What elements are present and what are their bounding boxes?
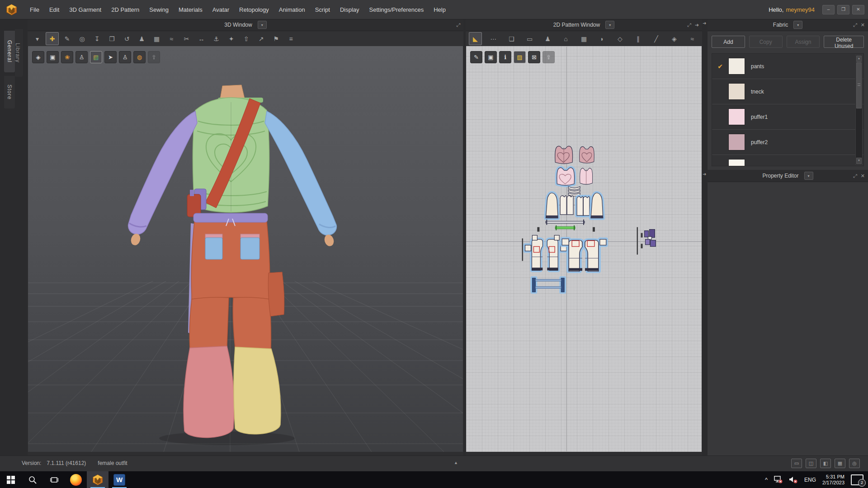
scissors-icon[interactable]: ✂ (180, 32, 193, 45)
steam-brush-icon[interactable]: ≈ (165, 32, 178, 45)
menu-avatar[interactable]: Avatar (208, 4, 234, 15)
delete-unused-button[interactable]: Delete Unused (824, 36, 864, 48)
menu-edit[interactable]: Edit (44, 4, 64, 15)
menu-animation[interactable]: Animation (274, 4, 310, 15)
select-mesh-icon[interactable]: ◎ (75, 32, 89, 45)
trace-icon[interactable]: ◇ (613, 32, 627, 45)
fabric-panel-dropdown-icon[interactable]: ▾ (793, 21, 802, 29)
layout-one-two-icon[interactable]: ◧ (820, 459, 831, 468)
garment-pocket-left-blue[interactable] (205, 234, 222, 259)
scroll-thumb[interactable] (856, 62, 862, 108)
pattern-strap-pieces-right[interactable] (637, 227, 656, 255)
fabric-swatch[interactable] (728, 83, 745, 100)
show-pattern-shape-icon[interactable]: ▣ (485, 51, 497, 63)
panel-2d-dropdown-icon[interactable]: ▾ (605, 21, 614, 29)
menu-help[interactable]: Help (429, 4, 451, 15)
flatten-icon[interactable]: ⚑ (269, 32, 283, 45)
layout-two-pane-icon[interactable]: ◫ (806, 459, 816, 468)
menu-settings-preferences[interactable]: Settings/Preferences (364, 4, 429, 15)
taskbar-search-button[interactable] (22, 471, 43, 488)
show-pressure-icon[interactable]: ❀ (61, 51, 73, 63)
pattern-collar-strips[interactable] (568, 187, 580, 196)
property-editor-dropdown-icon[interactable]: ▾ (804, 172, 813, 180)
panel-2d-collapse-arrow-icon[interactable]: ➜ (695, 22, 699, 28)
menu-display[interactable]: Display (335, 4, 364, 15)
viewport-2d[interactable]: ✎▣ℹ▨⊠⇧ (466, 46, 702, 452)
restore-button[interactable]: ❐ (837, 5, 849, 14)
menu-3d-garment[interactable]: 3D Garment (64, 4, 106, 15)
taskbar-word-button[interactable]: W (108, 471, 130, 488)
fabric-swatch[interactable] (728, 134, 745, 150)
network-disconnected-icon[interactable] (774, 476, 783, 483)
move-pattern-icon[interactable]: ❐ (105, 32, 118, 45)
lock-pattern-icon[interactable]: ⊠ (528, 51, 540, 63)
language-indicator[interactable]: ENG (804, 477, 816, 483)
menu-retopology[interactable]: Retopology (234, 4, 274, 15)
close-button[interactable]: ✕ (852, 5, 864, 14)
fabric-swatch[interactable] (728, 58, 745, 75)
transform-pattern-icon[interactable]: ◣ (469, 32, 482, 45)
show-pattern-info-icon[interactable]: ℹ (499, 51, 511, 63)
menu-materials[interactable]: Materials (174, 4, 208, 15)
panel-2d-expand-icon[interactable]: ⤢ (687, 22, 691, 28)
garment-hip-bag[interactable] (187, 189, 206, 217)
side-tab-general[interactable]: General (4, 31, 15, 72)
property-editor-close-icon[interactable]: ✕ (861, 173, 865, 179)
property-editor-header[interactable]: Property Editor ▾ ⤢ ✕ (708, 170, 868, 182)
fabric-scrollbar[interactable]: ▲ ▼ (855, 55, 863, 165)
menu-file[interactable]: File (25, 4, 44, 15)
darts-icon[interactable]: ◈ (668, 32, 681, 45)
pattern-sleeve-left[interactable] (546, 193, 558, 218)
pattern-sleeve-right[interactable] (591, 193, 603, 218)
fabric-panel-close-icon[interactable]: ✕ (861, 22, 865, 28)
show-arrow-icon[interactable]: ➤ (104, 51, 117, 63)
scroll-up-icon[interactable]: ▲ (856, 56, 862, 62)
fabric-item-tneck[interactable]: tneck (712, 79, 863, 104)
task-view-button[interactable] (43, 471, 65, 488)
pattern-strap-white[interactable] (546, 220, 585, 225)
show-fabric-icon[interactable]: ▨ (514, 51, 526, 63)
start-button[interactable] (0, 471, 22, 488)
create-rectangle-icon[interactable]: ▭ (523, 32, 536, 45)
grading-icon[interactable]: ▦ (577, 32, 590, 45)
arrangement-points-icon[interactable]: ♟ (135, 32, 148, 45)
layout-quad-icon[interactable]: ▦ (835, 459, 845, 468)
show-garment-thick-icon[interactable]: ▣ (47, 51, 59, 63)
pattern-bodice-pair-right[interactable] (577, 197, 590, 216)
select-move-icon[interactable]: ✚ (46, 32, 59, 45)
show-avatar-solid-icon[interactable]: ♙ (119, 51, 131, 63)
internal-line-icon[interactable]: ╱ (650, 32, 663, 45)
sewing-machine-icon[interactable]: ⌂ (559, 32, 572, 45)
volume-muted-icon[interactable] (789, 476, 798, 483)
side-tab-library[interactable]: Library (15, 29, 23, 77)
fabric-item-puffer1[interactable]: puffer1 (712, 104, 863, 130)
property-editor-expand-icon[interactable]: ⤢ (853, 173, 857, 179)
side-tab-store[interactable]: Store (4, 76, 15, 108)
menu-sewing[interactable]: Sewing (144, 4, 174, 15)
pattern-guide-line-left[interactable] (522, 239, 523, 261)
fabric-item-puffer2[interactable]: puffer2 (712, 130, 863, 155)
statusbar-collapse-icon[interactable]: ▲ (454, 460, 458, 465)
pattern-vest-puffer1-left[interactable] (557, 168, 575, 185)
select-pen-icon[interactable]: ✎ (61, 32, 74, 45)
simulate-icon[interactable]: ▾ (31, 32, 44, 45)
fabric-panel-expand-icon[interactable]: ⤢ (853, 22, 857, 28)
tray-chevron-icon[interactable]: ^ (765, 476, 768, 483)
menu-2d-pattern[interactable]: 2D Pattern (106, 4, 144, 15)
add-button[interactable]: Add (712, 36, 745, 48)
show-stitch-icon[interactable]: ✎ (470, 51, 482, 63)
avatar-overlay-icon[interactable]: ♟ (541, 32, 554, 45)
taskbar-marvelous-designer-button[interactable] (87, 471, 108, 488)
username[interactable]: meymey94 (786, 6, 815, 13)
garment-leg-pink[interactable] (184, 346, 234, 437)
fabric-item[interactable] (712, 155, 863, 166)
pattern-small-tab-left[interactable] (537, 227, 539, 232)
taskbar-clock[interactable]: 5:31 PM 2/17/2023 (822, 474, 844, 486)
grid-arrangement-icon[interactable]: ▦ (150, 32, 163, 45)
pattern-strap-green[interactable] (555, 225, 575, 230)
pattern-small-tab-right[interactable] (593, 227, 595, 232)
create-polygon-icon[interactable]: ❏ (505, 32, 518, 45)
viewport-3d[interactable]: ◈▣❀♙▧➤♙◍⇧ (28, 46, 463, 452)
scroll-down-icon[interactable]: ▼ (856, 158, 862, 164)
fabric-item-pants[interactable]: ✔pants (712, 54, 863, 79)
